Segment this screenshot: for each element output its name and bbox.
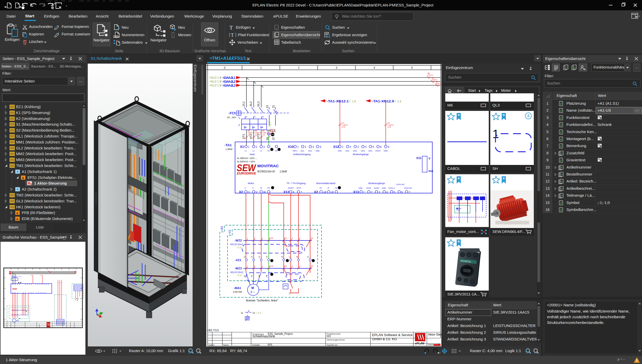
- svg-text:3: 3: [312, 146, 314, 148]
- svg-text:/: /: [349, 100, 350, 103]
- svg-text:REF1: REF1: [293, 150, 297, 152]
- svg-text:SH: SH: [311, 237, 313, 239]
- svg-text:A: A: [600, 138, 601, 141]
- svg-text:16: 16: [281, 256, 283, 258]
- svg-text:SH1: SH1: [284, 245, 288, 246]
- svg-text:1.9: 1.9: [352, 100, 356, 103]
- svg-text:6: 6: [293, 191, 294, 194]
- svg-text:11: 11: [241, 312, 243, 314]
- svg-text:2: 2: [254, 265, 256, 267]
- svg-text:DI05TF: DI05TF: [288, 187, 294, 189]
- svg-text:0,881 m: 0,881 m: [255, 132, 261, 134]
- svg-text:4: 4: [429, 76, 431, 78]
- svg-text:2: 2: [305, 146, 306, 148]
- svg-text:PE: PE: [335, 187, 338, 189]
- svg-text:ePLAN: ePLAN: [415, 342, 425, 345]
- svg-text:TF- / TH-Eingang: TF- / TH-Eingang: [287, 182, 305, 185]
- svg-text:0: 0: [224, 66, 225, 69]
- svg-text:/: /: [221, 84, 221, 87]
- svg-text:DO03: DO03: [374, 187, 379, 189]
- svg-text:6: 6: [270, 133, 271, 135]
- svg-text:4: 4: [434, 81, 435, 82]
- svg-text:GND: GND: [384, 150, 388, 152]
- svg-text:+R: +R: [319, 187, 322, 189]
- svg-text:BK: BK: [428, 72, 430, 74]
- svg-text:=GL2/ 1.9: =GL2/ 1.9: [209, 80, 221, 83]
- svg-text:BK: BK: [255, 130, 257, 132]
- svg-text:5: 5: [292, 237, 293, 239]
- svg-text:-TA1-XG12.9: -TA1-XG12.9: [372, 99, 394, 103]
- svg-text:PE: PE: [275, 150, 278, 152]
- svg-text:Zeichnungsnummer: Zeichnungsnummer: [327, 339, 345, 341]
- svg-text:GY: GY: [388, 122, 390, 124]
- svg-text:5: 5: [373, 146, 374, 148]
- svg-text:mA: mA: [428, 169, 433, 172]
- svg-text:6: 6: [300, 265, 301, 267]
- svg-text:0,75: 0,75: [388, 126, 391, 128]
- svg-text:W: W: [263, 191, 266, 194]
- svg-text:Datum: Datum: [428, 343, 434, 346]
- svg-text:1.9: 1.9: [397, 100, 401, 103]
- svg-text:Binärausgänge: Binärausgänge: [368, 182, 385, 185]
- svg-text:DI00: DI00: [338, 150, 342, 152]
- svg-text:Ersteller: Ersteller: [252, 344, 260, 346]
- svg-text:-TA1-XG12.1: -TA1-XG12.1: [327, 99, 349, 103]
- svg-text:4: 4: [365, 146, 367, 148]
- svg-text:PE: PE: [266, 275, 268, 277]
- svg-text:1: 1: [260, 66, 262, 69]
- svg-text:BK: BK: [432, 77, 434, 79]
- svg-text:MC07B0015-SA3-4-00: MC07B0015-SA3-4-00: [257, 170, 275, 173]
- svg-text:X2: X2: [314, 190, 318, 194]
- svg-text:T: T: [229, 25, 233, 30]
- svg-text:-WZ3: -WZ3: [235, 267, 242, 270]
- svg-text:12: 12: [244, 256, 245, 258]
- svg-text:100: 100: [534, 352, 538, 354]
- svg-text:GNYE: GNYE: [268, 265, 273, 267]
- svg-text:11: 11: [289, 281, 290, 283]
- svg-text:3: 3: [357, 146, 359, 148]
- svg-text:0,901 m: 0,901 m: [262, 132, 269, 134]
- svg-text:Geprüft von: Geprüft von: [327, 344, 338, 346]
- svg-text:GmbH & Co. KG: GmbH & Co. KG: [372, 337, 397, 341]
- svg-text:1: 1: [248, 146, 250, 148]
- svg-text:/: /: [395, 100, 396, 103]
- svg-text:3: 3: [262, 265, 263, 267]
- svg-text:=GL2/ 1.9: =GL2/ 1.9: [209, 84, 221, 87]
- svg-text:2: 2: [254, 237, 256, 239]
- svg-text:/: /: [221, 80, 221, 83]
- svg-text:SH1: SH1: [284, 237, 287, 239]
- svg-text:9: 9: [388, 146, 389, 148]
- svg-text:3: 3: [378, 191, 380, 194]
- svg-text:24VIO: 24VIO: [375, 150, 381, 152]
- svg-text:Schleifmaschine: Schleifmaschine: [252, 335, 275, 338]
- svg-text:&: &: [16, 211, 18, 215]
- svg-text:5/L3: 5/L3: [257, 101, 260, 107]
- svg-text:GY: GY: [342, 122, 344, 124]
- svg-text:&: &: [16, 217, 18, 221]
- svg-text:Binäreingänge: Binäreingänge: [353, 153, 369, 156]
- svg-text:10...16A: 10...16A: [227, 116, 236, 119]
- svg-text:SH: SH: [311, 265, 313, 267]
- svg-text:SH1: SH1: [284, 265, 287, 267]
- svg-text:U: U: [245, 187, 246, 189]
- svg-text:DI01: DI01: [346, 150, 349, 152]
- svg-text:A: A: [600, 117, 601, 119]
- svg-text:123: 123: [113, 35, 119, 38]
- svg-text:5: 5: [292, 265, 293, 267]
- svg-text:V: V: [428, 157, 431, 160]
- svg-text:L1: L1: [245, 150, 247, 152]
- svg-text:1: 1: [342, 146, 344, 148]
- svg-text:/ 1.2: / 1.2: [257, 312, 261, 314]
- svg-text:A: A: [600, 159, 601, 162]
- svg-text:1,204 m: 1,204 m: [388, 124, 394, 126]
- svg-text:0,55 kW: 0,55 kW: [233, 290, 242, 293]
- svg-text:22: 22: [272, 137, 275, 140]
- svg-text:5: 5: [411, 66, 413, 69]
- svg-text:M: M: [251, 286, 254, 290]
- svg-text:17: 17: [289, 256, 290, 258]
- svg-text:L3: L3: [260, 150, 262, 152]
- svg-text:15: 15: [266, 256, 268, 258]
- svg-text:T: T: [231, 33, 234, 38]
- svg-text:/ 1.2: / 1.2: [237, 246, 242, 249]
- svg-text:5: 5: [394, 191, 395, 194]
